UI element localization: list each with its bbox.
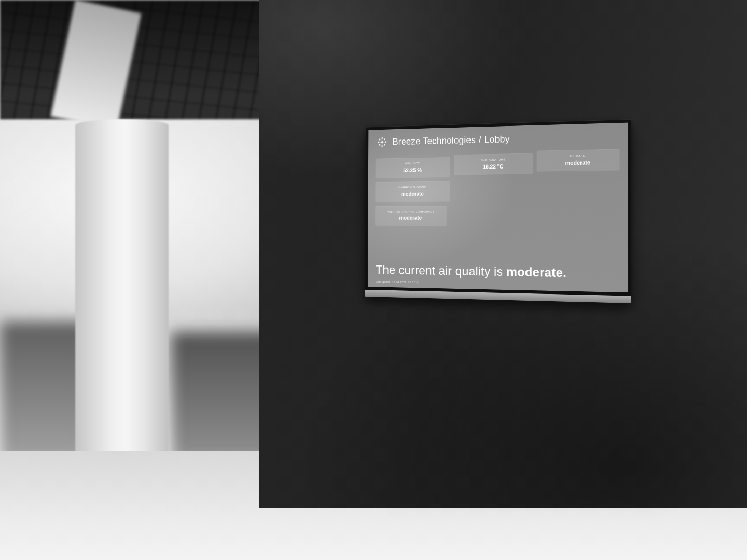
svg-point-8 <box>384 144 385 146</box>
brand-logo-icon <box>377 136 388 148</box>
tile-label: HUMIDITY <box>380 161 445 166</box>
tile-label: CARBON DIOXIDE <box>380 185 445 189</box>
wall-display: Breeze Technologies / Lobby HUMIDITY 52.… <box>365 119 631 316</box>
tv-bezel <box>365 290 631 303</box>
summary-prefix: The current air quality is <box>376 262 506 278</box>
tile-label: CLIMATE <box>542 153 614 159</box>
tile-label: VOLATILE ORGANIC COMPOUNDS <box>380 210 441 213</box>
svg-point-3 <box>378 142 379 143</box>
svg-point-5 <box>379 138 381 140</box>
svg-point-7 <box>379 144 381 146</box>
svg-point-1 <box>381 137 383 139</box>
last-update-label: Last update: <box>376 280 391 284</box>
page-title: Breeze Technologies / Lobby <box>393 133 510 147</box>
metrics-row-2: VOLATILE ORGANIC COMPOUNDS moderate <box>368 203 628 226</box>
location-name: Lobby <box>485 133 510 145</box>
tile-voc: VOLATILE ORGANIC COMPOUNDS moderate <box>375 206 447 226</box>
summary-status: moderate. <box>506 264 566 280</box>
svg-point-2 <box>381 145 383 147</box>
svg-point-0 <box>381 141 383 143</box>
svg-point-6 <box>384 138 385 140</box>
tile-label: TEMPERATURE <box>459 157 527 162</box>
air-quality-summary: The current air quality is moderate. <box>376 263 619 281</box>
last-update: Last update: 15.04.2022, 10:17:36 <box>376 280 419 284</box>
last-update-value: 15.04.2022, 10:17:36 <box>392 280 419 284</box>
tile-value: 52.25 % <box>380 166 445 174</box>
title-separator: / <box>479 134 481 145</box>
tile-value: moderate <box>380 215 441 221</box>
tile-value: 18.22 °C <box>459 163 527 170</box>
svg-point-4 <box>385 141 386 143</box>
metrics-row-1: HUMIDITY 52.25 % TEMPERATURE 18.22 °C CL… <box>368 145 628 202</box>
tile-humidity: HUMIDITY 52.25 % <box>376 157 451 178</box>
tile-value: moderate <box>542 159 614 167</box>
brand-name: Breeze Technologies <box>393 134 476 147</box>
tile-climate: CLIMATE moderate <box>537 149 620 171</box>
tile-temperature: TEMPERATURE 18.22 °C <box>454 153 533 175</box>
tv-frame: Breeze Technologies / Lobby HUMIDITY 52.… <box>365 119 631 296</box>
tile-value: moderate <box>380 191 445 198</box>
tile-carbon-dioxide: CARBON DIOXIDE moderate <box>375 181 450 202</box>
scene-environment: Breeze Technologies / Lobby HUMIDITY 52.… <box>0 0 747 560</box>
dashboard-screen: Breeze Technologies / Lobby HUMIDITY 52.… <box>368 123 628 293</box>
